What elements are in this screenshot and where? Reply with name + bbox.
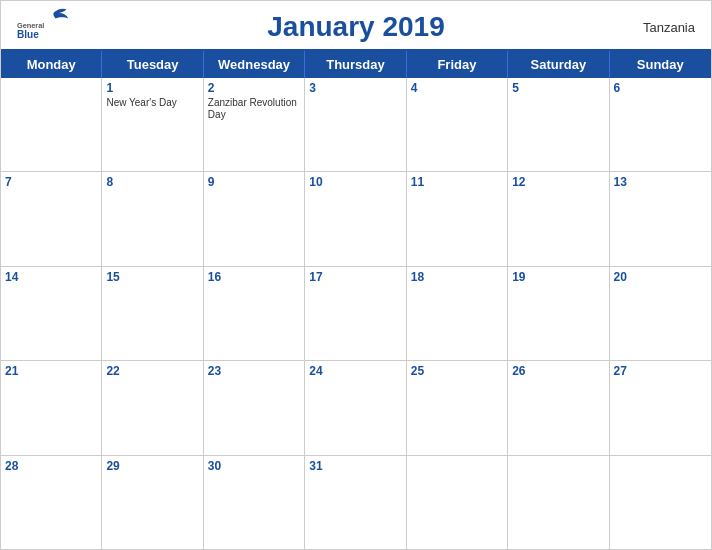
header-sunday: Sunday xyxy=(610,51,711,78)
country-label: Tanzania xyxy=(643,20,695,35)
day-cell: 29 xyxy=(102,456,203,549)
logo: General Blue xyxy=(17,7,72,43)
day-event: New Year's Day xyxy=(106,97,198,109)
day-cell: 2Zanzibar Revolution Day xyxy=(204,78,305,171)
day-cell: 13 xyxy=(610,172,711,265)
day-number: 10 xyxy=(309,175,401,189)
day-cell: 8 xyxy=(102,172,203,265)
day-number: 7 xyxy=(5,175,97,189)
day-cell: 21 xyxy=(1,361,102,454)
day-number: 6 xyxy=(614,81,707,95)
day-cell: 20 xyxy=(610,267,711,360)
day-number: 23 xyxy=(208,364,300,378)
header-monday: Monday xyxy=(1,51,102,78)
day-number: 29 xyxy=(106,459,198,473)
day-headers: Monday Tuesday Wednesday Thursday Friday… xyxy=(1,51,711,78)
day-number: 15 xyxy=(106,270,198,284)
day-cell: 6 xyxy=(610,78,711,171)
day-cell xyxy=(508,456,609,549)
weeks: 1New Year's Day2Zanzibar Revolution Day3… xyxy=(1,78,711,549)
day-cell: 30 xyxy=(204,456,305,549)
logo-svg: General Blue xyxy=(17,7,72,43)
week-row-2: 78910111213 xyxy=(1,172,711,266)
day-cell: 3 xyxy=(305,78,406,171)
day-number: 24 xyxy=(309,364,401,378)
day-number: 8 xyxy=(106,175,198,189)
week-row-5: 28293031 xyxy=(1,456,711,549)
day-number: 3 xyxy=(309,81,401,95)
day-cell: 17 xyxy=(305,267,406,360)
day-number: 19 xyxy=(512,270,604,284)
header-thursday: Thursday xyxy=(305,51,406,78)
day-number: 31 xyxy=(309,459,401,473)
header-tuesday: Tuesday xyxy=(102,51,203,78)
day-number: 11 xyxy=(411,175,503,189)
day-number: 20 xyxy=(614,270,707,284)
day-cell: 9 xyxy=(204,172,305,265)
day-number: 30 xyxy=(208,459,300,473)
day-cell: 24 xyxy=(305,361,406,454)
day-cell: 7 xyxy=(1,172,102,265)
day-number: 27 xyxy=(614,364,707,378)
day-cell: 4 xyxy=(407,78,508,171)
day-cell: 27 xyxy=(610,361,711,454)
day-cell: 25 xyxy=(407,361,508,454)
day-cell: 26 xyxy=(508,361,609,454)
header-friday: Friday xyxy=(407,51,508,78)
day-number: 28 xyxy=(5,459,97,473)
svg-text:Blue: Blue xyxy=(17,29,39,40)
day-number: 16 xyxy=(208,270,300,284)
day-number: 22 xyxy=(106,364,198,378)
day-number: 13 xyxy=(614,175,707,189)
calendar-wrapper: General Blue January 2019 Tanzania Monda… xyxy=(0,0,712,550)
day-number: 4 xyxy=(411,81,503,95)
day-cell: 16 xyxy=(204,267,305,360)
day-cell: 18 xyxy=(407,267,508,360)
day-number: 17 xyxy=(309,270,401,284)
day-cell: 19 xyxy=(508,267,609,360)
week-row-3: 14151617181920 xyxy=(1,267,711,361)
day-cell: 28 xyxy=(1,456,102,549)
day-number: 5 xyxy=(512,81,604,95)
day-number: 9 xyxy=(208,175,300,189)
day-event: Zanzibar Revolution Day xyxy=(208,97,300,121)
month-title: January 2019 xyxy=(267,11,444,42)
day-cell: 1New Year's Day xyxy=(102,78,203,171)
day-cell xyxy=(610,456,711,549)
day-number: 1 xyxy=(106,81,198,95)
week-row-1: 1New Year's Day2Zanzibar Revolution Day3… xyxy=(1,78,711,172)
title-container: January 2019 xyxy=(17,11,695,43)
day-cell: 10 xyxy=(305,172,406,265)
day-cell: 14 xyxy=(1,267,102,360)
day-cell: 5 xyxy=(508,78,609,171)
day-number: 25 xyxy=(411,364,503,378)
week-row-4: 21222324252627 xyxy=(1,361,711,455)
day-number: 14 xyxy=(5,270,97,284)
day-cell: 15 xyxy=(102,267,203,360)
day-cell xyxy=(407,456,508,549)
calendar-table: Monday Tuesday Wednesday Thursday Friday… xyxy=(1,49,711,549)
day-cell xyxy=(1,78,102,171)
day-cell: 31 xyxy=(305,456,406,549)
day-cell: 22 xyxy=(102,361,203,454)
day-cell: 23 xyxy=(204,361,305,454)
day-number: 21 xyxy=(5,364,97,378)
day-number: 12 xyxy=(512,175,604,189)
day-cell: 11 xyxy=(407,172,508,265)
header: General Blue January 2019 Tanzania xyxy=(1,1,711,49)
day-number: 2 xyxy=(208,81,300,95)
day-cell: 12 xyxy=(508,172,609,265)
day-number: 18 xyxy=(411,270,503,284)
header-wednesday: Wednesday xyxy=(204,51,305,78)
header-saturday: Saturday xyxy=(508,51,609,78)
day-number: 26 xyxy=(512,364,604,378)
